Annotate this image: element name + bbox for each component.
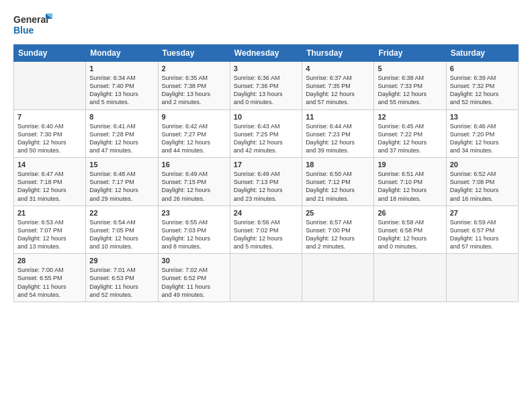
day-info: Sunrise: 6:36 AM Sunset: 7:36 PM Dayligh… [234, 74, 298, 107]
day-number: 20 [450, 161, 515, 169]
day-number: 24 [234, 209, 298, 217]
day-info: Sunrise: 7:01 AM Sunset: 6:53 PM Dayligh… [89, 266, 154, 299]
day-number: 1 [89, 64, 154, 73]
calendar-cell: 23Sunrise: 6:55 AM Sunset: 7:03 PM Dayli… [158, 205, 230, 254]
calendar-cell: 18Sunrise: 6:50 AM Sunset: 7:12 PM Dayli… [302, 158, 374, 206]
day-number: 28 [17, 257, 82, 265]
calendar-cell: 29Sunrise: 7:01 AM Sunset: 6:53 PM Dayli… [86, 254, 158, 302]
day-info: Sunrise: 6:55 AM Sunset: 7:03 PM Dayligh… [162, 218, 226, 251]
calendar-cell: 30Sunrise: 7:02 AM Sunset: 6:52 PM Dayli… [158, 254, 230, 302]
calendar-cell: 2Sunrise: 6:35 AM Sunset: 7:38 PM Daylig… [158, 62, 230, 110]
day-number: 30 [162, 257, 226, 265]
day-info: Sunrise: 6:56 AM Sunset: 7:02 PM Dayligh… [234, 218, 298, 251]
day-info: Sunrise: 6:43 AM Sunset: 7:25 PM Dayligh… [234, 122, 298, 155]
calendar-cell: 7Sunrise: 6:40 AM Sunset: 7:30 PM Daylig… [14, 109, 86, 158]
calendar-cell: 11Sunrise: 6:44 AM Sunset: 7:23 PM Dayli… [302, 109, 374, 158]
weekday-header: Saturday [446, 45, 518, 62]
weekday-header: Wednesday [230, 45, 302, 62]
calendar-week-row: 7Sunrise: 6:40 AM Sunset: 7:30 PM Daylig… [14, 109, 519, 158]
calendar-cell: 15Sunrise: 6:48 AM Sunset: 7:17 PM Dayli… [86, 158, 158, 206]
day-number: 18 [306, 161, 370, 169]
day-info: Sunrise: 6:51 AM Sunset: 7:10 PM Dayligh… [378, 170, 442, 203]
weekday-header: Tuesday [158, 45, 230, 62]
calendar-cell: 17Sunrise: 6:49 AM Sunset: 7:13 PM Dayli… [230, 158, 302, 206]
day-info: Sunrise: 6:34 AM Sunset: 7:40 PM Dayligh… [89, 74, 154, 107]
day-number: 12 [378, 113, 442, 121]
day-number: 16 [162, 161, 226, 169]
day-number: 4 [306, 64, 370, 73]
calendar-cell: 13Sunrise: 6:46 AM Sunset: 7:20 PM Dayli… [446, 109, 518, 158]
calendar-cell [230, 254, 302, 302]
day-number: 17 [234, 161, 298, 169]
day-number: 11 [306, 113, 370, 121]
day-number: 22 [89, 209, 154, 217]
calendar-cell [14, 62, 86, 110]
day-info: Sunrise: 6:40 AM Sunset: 7:30 PM Dayligh… [17, 122, 82, 155]
day-number: 15 [89, 161, 154, 169]
day-info: Sunrise: 6:46 AM Sunset: 7:20 PM Dayligh… [450, 122, 515, 155]
day-info: Sunrise: 6:42 AM Sunset: 7:27 PM Dayligh… [162, 122, 226, 155]
calendar-cell: 27Sunrise: 6:59 AM Sunset: 6:57 PM Dayli… [446, 205, 518, 254]
calendar-cell: 28Sunrise: 7:00 AM Sunset: 6:55 PM Dayli… [14, 254, 86, 302]
svg-text:General: General [13, 14, 48, 25]
day-number: 2 [162, 64, 226, 73]
day-number: 8 [89, 113, 154, 121]
day-info: Sunrise: 6:39 AM Sunset: 7:32 PM Dayligh… [450, 74, 515, 107]
calendar-week-row: 28Sunrise: 7:00 AM Sunset: 6:55 PM Dayli… [14, 254, 519, 302]
header: GeneralBlue [13, 12, 519, 36]
weekday-header: Monday [86, 45, 158, 62]
day-number: 10 [234, 113, 298, 121]
calendar-cell [302, 254, 374, 302]
day-info: Sunrise: 6:47 AM Sunset: 7:18 PM Dayligh… [17, 170, 82, 203]
day-number: 27 [450, 209, 515, 217]
day-info: Sunrise: 6:59 AM Sunset: 6:57 PM Dayligh… [450, 218, 515, 251]
calendar-week-row: 14Sunrise: 6:47 AM Sunset: 7:18 PM Dayli… [14, 158, 519, 206]
day-info: Sunrise: 6:49 AM Sunset: 7:15 PM Dayligh… [162, 170, 226, 203]
day-info: Sunrise: 6:48 AM Sunset: 7:17 PM Dayligh… [89, 170, 154, 203]
calendar-cell: 4Sunrise: 6:37 AM Sunset: 7:35 PM Daylig… [302, 62, 374, 110]
day-number: 23 [162, 209, 226, 217]
calendar-cell: 24Sunrise: 6:56 AM Sunset: 7:02 PM Dayli… [230, 205, 302, 254]
calendar-cell: 3Sunrise: 6:36 AM Sunset: 7:36 PM Daylig… [230, 62, 302, 110]
calendar-header-row: SundayMondayTuesdayWednesdayThursdayFrid… [14, 45, 519, 62]
page: GeneralBlue SundayMondayTuesdayWednesday… [0, 0, 532, 411]
day-info: Sunrise: 6:45 AM Sunset: 7:22 PM Dayligh… [378, 122, 442, 155]
day-info: Sunrise: 7:02 AM Sunset: 6:52 PM Dayligh… [162, 266, 226, 299]
day-info: Sunrise: 6:37 AM Sunset: 7:35 PM Dayligh… [306, 74, 370, 107]
day-number: 9 [162, 113, 226, 121]
day-info: Sunrise: 6:49 AM Sunset: 7:13 PM Dayligh… [234, 170, 298, 203]
day-info: Sunrise: 6:54 AM Sunset: 7:05 PM Dayligh… [89, 218, 154, 251]
day-number: 29 [89, 257, 154, 265]
day-info: Sunrise: 7:00 AM Sunset: 6:55 PM Dayligh… [17, 266, 82, 299]
day-info: Sunrise: 6:50 AM Sunset: 7:12 PM Dayligh… [306, 170, 370, 203]
weekday-header: Friday [374, 45, 446, 62]
logo: GeneralBlue [13, 12, 54, 36]
logo-svg: GeneralBlue [13, 12, 54, 36]
calendar-cell: 20Sunrise: 6:52 AM Sunset: 7:08 PM Dayli… [446, 158, 518, 206]
calendar-cell [446, 254, 518, 302]
day-number: 26 [378, 209, 442, 217]
calendar-cell: 12Sunrise: 6:45 AM Sunset: 7:22 PM Dayli… [374, 109, 446, 158]
day-number: 5 [378, 64, 442, 73]
calendar-week-row: 1Sunrise: 6:34 AM Sunset: 7:40 PM Daylig… [14, 62, 519, 110]
day-number: 25 [306, 209, 370, 217]
day-info: Sunrise: 6:41 AM Sunset: 7:28 PM Dayligh… [89, 122, 154, 155]
day-number: 21 [17, 209, 82, 217]
calendar-cell: 25Sunrise: 6:57 AM Sunset: 7:00 PM Dayli… [302, 205, 374, 254]
day-number: 19 [378, 161, 442, 169]
day-info: Sunrise: 6:38 AM Sunset: 7:33 PM Dayligh… [378, 74, 442, 107]
calendar-cell: 9Sunrise: 6:42 AM Sunset: 7:27 PM Daylig… [158, 109, 230, 158]
weekday-header: Sunday [14, 45, 86, 62]
day-number: 13 [450, 113, 515, 121]
day-info: Sunrise: 6:44 AM Sunset: 7:23 PM Dayligh… [306, 122, 370, 155]
calendar-cell: 22Sunrise: 6:54 AM Sunset: 7:05 PM Dayli… [86, 205, 158, 254]
calendar-cell: 10Sunrise: 6:43 AM Sunset: 7:25 PM Dayli… [230, 109, 302, 158]
weekday-header: Thursday [302, 45, 374, 62]
calendar-cell: 6Sunrise: 6:39 AM Sunset: 7:32 PM Daylig… [446, 62, 518, 110]
calendar-week-row: 21Sunrise: 6:53 AM Sunset: 7:07 PM Dayli… [14, 205, 519, 254]
day-info: Sunrise: 6:58 AM Sunset: 6:58 PM Dayligh… [378, 218, 442, 251]
day-number: 6 [450, 64, 515, 73]
calendar: SundayMondayTuesdayWednesdayThursdayFrid… [13, 44, 519, 302]
day-number: 14 [17, 161, 82, 169]
day-number: 3 [234, 64, 298, 73]
